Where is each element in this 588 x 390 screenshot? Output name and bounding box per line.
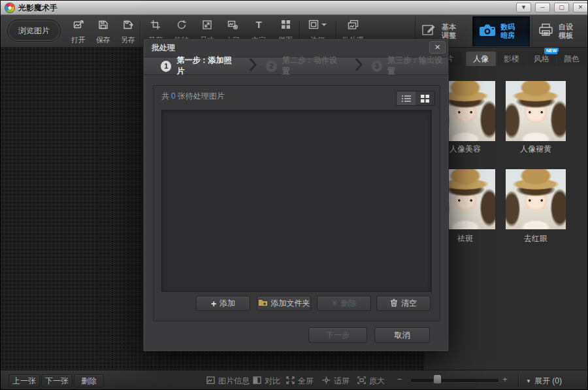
- status-bar: 上一张 下一张 删除 图片信息 对比 全屏 适屏 原大 − + ▼ 展: [1, 370, 588, 390]
- tab-color[interactable]: 颜色: [557, 52, 586, 66]
- fit-screen-icon: [322, 376, 331, 386]
- window-title: 光影魔术手: [18, 3, 57, 14]
- toolbar-item-label: 保存: [96, 35, 110, 45]
- tab-studio[interactable]: 影楼: [497, 52, 526, 66]
- expand-arrow-icon: ▼: [526, 378, 531, 384]
- title-bar: 光影魔术手 ▼ ─ ▢ ✕: [1, 1, 588, 15]
- image-info-icon: [206, 376, 215, 386]
- fullscreen-toggle[interactable]: 全屏: [286, 376, 314, 387]
- zoom-slider-thumb[interactable]: [433, 374, 442, 384]
- cancel-button[interactable]: 取消: [374, 327, 430, 343]
- mode-custom-template-button[interactable]: 自设模板: [532, 16, 588, 46]
- delete-button[interactable]: ✕ 删除: [317, 296, 371, 311]
- app-window: 光影魔术手 ▼ ─ ▢ ✕ 浏览图片 打开 保存 另存 裁剪 旋转: [0, 0, 588, 390]
- step-number: 3: [372, 61, 382, 72]
- zoom-in-button[interactable]: +: [502, 374, 508, 384]
- open-icon: [73, 19, 84, 30]
- clear-button[interactable]: 清空: [376, 296, 431, 311]
- statusbar-tool-label: 全屏: [298, 376, 314, 387]
- svg-text:T: T: [255, 20, 261, 30]
- tab-label: 风格: [534, 54, 549, 63]
- step-label: 第一步：添加照片: [176, 55, 237, 77]
- step-1: 1 第一步：添加照片: [161, 55, 237, 77]
- tab-label: 颜色: [564, 54, 580, 63]
- new-badge: NEW: [544, 48, 559, 54]
- skin-menu-button[interactable]: ▼: [516, 3, 531, 12]
- delete-image-button[interactable]: 删除: [74, 374, 104, 387]
- photo-list-panel: 共0张待处理图片 + 添加 添加文件夹 ✕ 删除 清空: [153, 85, 440, 321]
- toolbar-item-save[interactable]: 保存: [90, 19, 116, 45]
- dialog-close-button[interactable]: ✕: [429, 41, 446, 54]
- save-icon: [98, 19, 108, 30]
- prev-image-button[interactable]: 上一张: [8, 374, 40, 387]
- mode-label: 自设: [559, 23, 573, 31]
- dropdown-caret-icon: [321, 24, 327, 26]
- close-button[interactable]: ✕: [573, 3, 588, 12]
- fullscreen-icon: [286, 376, 295, 386]
- step-bar: 1 第一步：添加照片 2 第二步：动作设置 3 第三步：输出设置: [144, 57, 448, 75]
- add-button[interactable]: + 添加: [196, 296, 250, 311]
- effect-thumb-redeye[interactable]: [506, 169, 566, 229]
- minimize-button[interactable]: ─: [535, 3, 550, 12]
- statusbar-tool-label: 图片信息: [218, 376, 250, 387]
- mode-label: 数码: [500, 23, 515, 31]
- list-view-button[interactable]: [397, 91, 416, 105]
- template-printer-icon: [538, 22, 555, 41]
- resize-icon: [202, 19, 212, 30]
- tab-portrait[interactable]: 人像: [466, 52, 496, 66]
- step-number: 2: [266, 61, 276, 72]
- expand-panel-button[interactable]: ▼ 展开 (0): [526, 376, 562, 387]
- mode-label: 基本: [442, 23, 456, 31]
- delete-label: 删除: [341, 298, 357, 309]
- effect-label: 去红眼: [506, 233, 566, 244]
- toolbar-separator: [140, 20, 140, 41]
- toolbar-item-open[interactable]: 打开: [65, 19, 91, 45]
- view-toggle: [396, 91, 435, 106]
- batch-process-dialog: 批处理 ✕ 1 第一步：添加照片 2 第二步：动作设置 3 第三步：输出设置 共…: [143, 39, 449, 351]
- effect-thumb-deyellow[interactable]: [506, 81, 566, 141]
- zoom-slider-track[interactable]: [411, 379, 498, 382]
- app-logo-icon: [5, 3, 14, 12]
- compare-icon: [253, 376, 261, 386]
- photo-list-area[interactable]: [161, 110, 432, 292]
- original-size-toggle[interactable]: 原大: [357, 376, 385, 387]
- folder-add-icon: [258, 299, 268, 308]
- next-image-button[interactable]: 下一张: [41, 374, 73, 387]
- toolbar-item-save-as[interactable]: 另存: [115, 19, 141, 45]
- image-info-toggle[interactable]: 图片信息: [206, 376, 250, 387]
- add-folder-button[interactable]: 添加文件夹: [257, 296, 311, 311]
- maximize-button[interactable]: ▢: [554, 3, 569, 12]
- dialog-title: 批处理: [152, 42, 175, 54]
- grid-view-button[interactable]: [416, 91, 434, 105]
- clear-label: 清空: [401, 298, 417, 309]
- watermark-icon: [227, 19, 238, 30]
- fit-screen-toggle[interactable]: 适屏: [322, 376, 350, 387]
- step-label: 第三步：输出设置: [387, 55, 448, 77]
- zoom-out-button[interactable]: −: [397, 374, 402, 384]
- collage-grid-icon: [281, 19, 291, 30]
- compare-toggle[interactable]: 对比: [253, 376, 280, 387]
- statusbar-tool-label: 适屏: [334, 376, 350, 387]
- add-label: 添加: [220, 298, 235, 309]
- trash-icon: [390, 299, 398, 309]
- browse-images-button[interactable]: 浏览图片: [7, 20, 61, 42]
- pending-count: 共0张待处理图片: [161, 91, 225, 102]
- next-step-button[interactable]: 下一步: [308, 327, 367, 343]
- statusbar-separator: [518, 374, 519, 387]
- mode-digital-darkroom-button[interactable]: 数码暗房: [472, 16, 530, 46]
- add-folder-label: 添加文件夹: [271, 298, 310, 309]
- step-2: 2 第二步：动作设置: [266, 55, 342, 77]
- crop-icon: [150, 19, 161, 30]
- tab-label: 人像: [473, 54, 489, 63]
- step-3: 3 第三步：输出设置: [372, 55, 448, 77]
- step-number: 1: [161, 61, 171, 72]
- statusbar-tool-label: 对比: [265, 376, 280, 387]
- count-prefix: 共: [161, 91, 169, 101]
- chevron-right-icon: [249, 57, 257, 75]
- rotate-icon: [176, 19, 187, 30]
- tab-label: 影楼: [504, 54, 519, 63]
- mode-label: 模板: [559, 31, 573, 39]
- border-frame-icon: [308, 19, 327, 30]
- camera-icon: [478, 22, 497, 41]
- expand-label: 展开 (0): [534, 376, 562, 387]
